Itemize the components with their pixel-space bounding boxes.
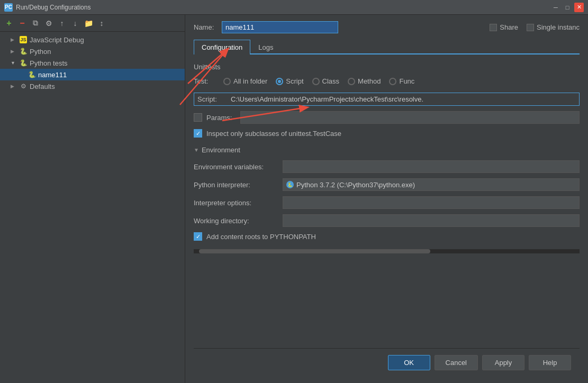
radio-method[interactable]: Method: [348, 77, 381, 85]
working-dir-label: Working directory:: [194, 217, 278, 225]
share-checkbox[interactable]: [490, 24, 497, 31]
cancel-button[interactable]: Cancel: [435, 355, 478, 370]
working-dir-row: Working directory:: [194, 214, 580, 227]
move-up-button[interactable]: ↑: [56, 17, 68, 29]
help-button[interactable]: Help: [529, 355, 571, 370]
radio-label-method: Method: [358, 77, 381, 85]
params-label: Params:: [206, 114, 232, 122]
radio-script[interactable]: Script: [276, 77, 303, 85]
minimize-button[interactable]: ─: [551, 3, 560, 12]
test-label: Test:: [194, 77, 220, 85]
radio-label-script: Script: [286, 77, 303, 85]
python-small-icon: 🐍: [286, 181, 294, 188]
radio-func[interactable]: Func: [389, 77, 414, 85]
tree-item-js-debug[interactable]: ▶ JS JavaScript Debug: [0, 34, 185, 45]
ok-button[interactable]: OK: [388, 355, 430, 370]
maximize-button[interactable]: □: [563, 3, 572, 12]
single-instance-label: Single instanc: [537, 23, 580, 31]
params-input[interactable]: [240, 111, 580, 124]
tree-item-name111[interactable]: ▶ 🐍 name111: [0, 69, 185, 80]
tree-arrow-python-tests: ▼: [11, 60, 17, 66]
environment-section-header[interactable]: ▼ Environment: [194, 146, 580, 154]
python-tests-icon: 🐍: [19, 59, 28, 67]
share-checkbox-row[interactable]: Share: [490, 23, 518, 31]
python-interpreter-row: Python interpreter: 🐍 Python 3.7.2 (C:\P…: [194, 178, 580, 191]
env-arrow-icon: ▼: [194, 147, 199, 153]
working-dir-input[interactable]: [283, 214, 580, 227]
defaults-icon: ⚙: [19, 82, 28, 90]
radio-group: All in folder Script Class Method: [223, 77, 414, 85]
params-checkbox[interactable]: [194, 113, 202, 122]
radio-circle-func[interactable]: [389, 78, 396, 85]
tree-item-python[interactable]: ▶ 🐍 Python: [0, 45, 185, 57]
env-vars-row: Environment variables:: [194, 160, 580, 173]
tree-item-defaults[interactable]: ▶ ⚙ Defaults: [0, 80, 185, 92]
window-title: Run/Debug Configurations: [16, 4, 91, 11]
radio-label-func: Func: [399, 77, 414, 85]
radio-class[interactable]: Class: [312, 77, 340, 85]
interpreter-options-input[interactable]: [283, 196, 580, 209]
tree-item-python-tests[interactable]: ▼ 🐍 Python tests: [0, 57, 185, 69]
single-instance-checkbox-row[interactable]: Single instanc: [527, 23, 580, 31]
radio-label-class: Class: [322, 77, 340, 85]
tree-label-defaults: Defaults: [30, 83, 55, 90]
inspect-checkbox-row: ✓ Inspect only subclasses of unittest.Te…: [194, 129, 580, 138]
name-input[interactable]: [222, 21, 338, 33]
params-row: Params:: [194, 111, 580, 124]
remove-button[interactable]: −: [16, 17, 28, 29]
close-button[interactable]: ✕: [574, 3, 584, 12]
python-interpreter-value: Python 3.7.2 (C:\Python37\python.exe): [296, 181, 415, 189]
tree-container: ▶ JS JavaScript Debug ▶ 🐍 Python ▼ 🐍 Pyt…: [0, 32, 185, 383]
edit-button[interactable]: ⚙: [43, 17, 55, 29]
interpreter-options-label: Interpreter options:: [194, 199, 278, 207]
move-down-button[interactable]: ↓: [69, 17, 81, 29]
env-vars-label: Environment variables:: [194, 163, 278, 171]
inspect-checkbox[interactable]: ✓: [194, 129, 202, 138]
radio-circle-all-in-folder[interactable]: [223, 78, 231, 85]
tab-configuration[interactable]: Configuration: [194, 40, 250, 54]
inspect-label: Inspect only subclasses of unittest.Test…: [206, 130, 341, 138]
python-icon: 🐍: [19, 47, 28, 56]
radio-circle-script[interactable]: [276, 78, 283, 85]
apply-button[interactable]: Apply: [482, 355, 524, 370]
tree-label-name111: name111: [38, 71, 67, 79]
env-vars-input[interactable]: [283, 160, 580, 173]
name111-icon: 🐍: [28, 70, 36, 79]
folder-button[interactable]: 📁: [83, 17, 94, 29]
interpreter-options-row: Interpreter options:: [194, 196, 580, 209]
content-area: Unittests Test: All in folder Script C: [194, 63, 580, 348]
tree-label-js-debug: JavaScript Debug: [30, 36, 84, 44]
js-icon: JS: [19, 35, 28, 44]
add-content-roots-label: Add content roots to PYTHONPATH: [206, 233, 316, 241]
radio-all-in-folder[interactable]: All in folder: [223, 77, 267, 85]
tree-arrow-js-debug: ▶: [11, 37, 17, 42]
add-content-roots-checkbox[interactable]: ✓: [194, 232, 202, 241]
radio-circle-class[interactable]: [312, 78, 320, 85]
script-row: Script: C:\Users\Administrator\PycharmPr…: [194, 93, 580, 106]
add-button[interactable]: +: [3, 17, 15, 29]
right-panel: Name: Share Single instanc Configuration…: [185, 15, 588, 383]
python-interpreter-label: Python interpreter:: [194, 181, 278, 189]
tab-logs[interactable]: Logs: [250, 40, 281, 54]
tree-label-python-tests: Python tests: [30, 59, 68, 67]
name-row: Name: Share Single instanc: [194, 21, 580, 33]
tree-label-python: Python: [30, 48, 51, 56]
radio-label-all-in-folder: All in folder: [233, 77, 267, 85]
copy-button[interactable]: ⧉: [30, 17, 41, 29]
left-panel: + − ⧉ ⚙ ↑ ↓ 📁 ↕ ▶ JS JavaScript Debug ▶ …: [0, 15, 185, 383]
script-value[interactable]: C:\Users\Administrator\PycharmProjects\c…: [231, 95, 576, 103]
env-section: ▼ Environment Environment variables: Pyt…: [194, 146, 580, 241]
title-bar: PC Run/Debug Configurations ─ □ ✕: [0, 0, 588, 15]
sort-button[interactable]: ↕: [96, 17, 107, 29]
python-interpreter-field[interactable]: 🐍 Python 3.7.2 (C:\Python37\python.exe): [283, 178, 580, 191]
name-label: Name:: [194, 23, 218, 31]
horizontal-scrollbar[interactable]: [194, 249, 580, 253]
scroll-thumb[interactable]: [199, 249, 430, 253]
script-label: Script:: [197, 95, 227, 103]
radio-circle-method[interactable]: [348, 78, 355, 85]
toolbar: + − ⧉ ⚙ ↑ ↓ 📁 ↕: [0, 15, 185, 32]
add-content-roots-row: ✓ Add content roots to PYTHONPATH: [194, 232, 580, 241]
header-options: Share Single instanc: [490, 23, 580, 31]
single-instance-checkbox[interactable]: [527, 24, 534, 31]
tabs: Configuration Logs: [194, 40, 580, 54]
